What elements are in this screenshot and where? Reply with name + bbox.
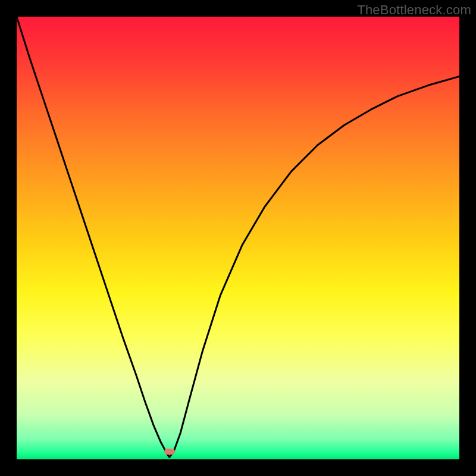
plot-frame — [17, 17, 459, 459]
watermark-label: TheBottleneck.com — [357, 2, 471, 18]
plot-svg — [17, 17, 459, 459]
gradient-background — [17, 17, 459, 459]
minimum-marker — [164, 449, 175, 455]
